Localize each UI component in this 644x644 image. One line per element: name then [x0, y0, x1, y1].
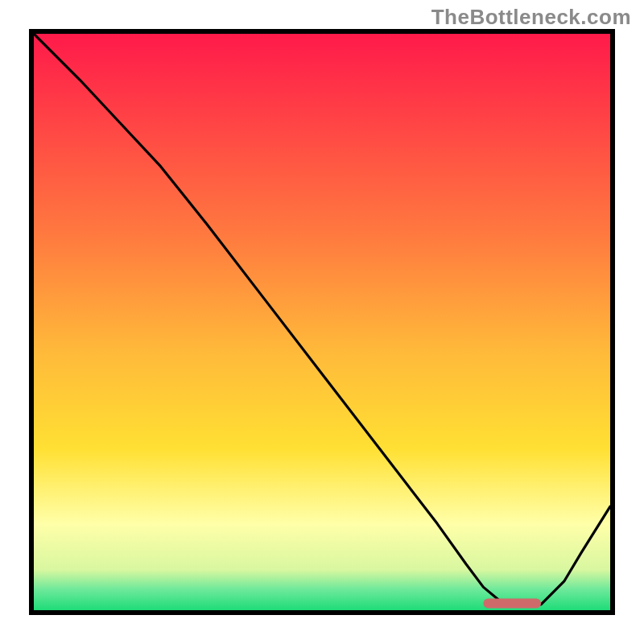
- optimal-range-marker: [483, 598, 541, 608]
- gradient-rect: [34, 34, 610, 610]
- chart-frame: TheBottleneck.com: [0, 0, 644, 644]
- plot-area: [29, 29, 615, 615]
- chart-svg: [34, 34, 610, 610]
- watermark-text: TheBottleneck.com: [431, 5, 631, 30]
